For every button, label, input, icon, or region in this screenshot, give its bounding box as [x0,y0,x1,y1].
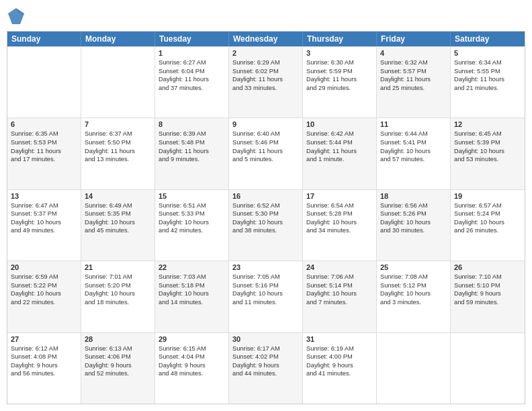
cell-line: and 7 minutes. [306,298,373,307]
cell-line: Daylight: 11 hours [232,75,299,84]
cell-line: Sunrise: 7:05 AM [232,273,299,281]
cal-cell-22: 22Sunrise: 7:03 AMSunset: 5:18 PMDayligh… [155,261,229,332]
cal-cell-6: 6Sunrise: 6:35 AMSunset: 5:53 PMDaylight… [7,118,81,189]
cell-line: Daylight: 10 hours [380,147,447,156]
cell-line: Sunrise: 6:27 AM [159,58,225,67]
cell-line: and 52 minutes. [85,369,151,378]
cell-line: Daylight: 10 hours [380,289,447,298]
header-day-tuesday: Tuesday [155,32,229,46]
cell-line: and 57 minutes. [380,155,447,164]
cal-cell-17: 17Sunrise: 6:54 AMSunset: 5:28 PMDayligh… [303,190,377,261]
cal-cell-31: 31Sunrise: 6:19 AMSunset: 4:00 PMDayligh… [303,333,377,404]
cell-line: Sunset: 5:57 PM [380,67,447,76]
calendar-row-1: 6Sunrise: 6:35 AMSunset: 5:53 PMDaylight… [7,118,525,189]
cell-line: Sunrise: 7:06 AM [306,273,373,281]
cell-line: Daylight: 9 hours [11,361,77,370]
cell-line: Sunrise: 6:45 AM [454,130,521,138]
cell-line: Sunrise: 7:08 AM [380,273,447,281]
cal-cell-4: 4Sunrise: 6:32 AMSunset: 5:57 PMDaylight… [377,47,451,118]
day-number: 16 [232,192,299,200]
day-number: 27 [11,335,77,343]
day-number: 20 [11,263,77,271]
cell-line: Sunset: 5:33 PM [159,210,225,218]
day-number: 4 [380,49,447,57]
day-number: 17 [306,192,373,200]
day-number: 29 [159,335,225,343]
calendar-header-row: SundayMondayTuesdayWednesdayThursdayFrid… [7,32,525,46]
cell-line: and 33 minutes. [232,84,299,93]
cell-line: and 53 minutes. [454,155,521,164]
logo [7,7,28,26]
cell-line: Sunset: 5:35 PM [85,210,151,218]
cell-line: Daylight: 10 hours [11,289,77,298]
header [7,7,525,26]
cell-line: and 9 minutes. [159,155,225,164]
cell-line: Sunrise: 6:34 AM [454,58,521,67]
cal-cell-20: 20Sunrise: 6:59 AMSunset: 5:22 PMDayligh… [7,261,81,332]
cal-cell-5: 5Sunrise: 6:34 AMSunset: 5:55 PMDaylight… [451,47,525,118]
cal-cell-11: 11Sunrise: 6:44 AMSunset: 5:41 PMDayligh… [377,118,451,189]
cell-line: Sunset: 5:12 PM [380,281,447,290]
day-number: 23 [232,263,299,271]
day-number: 22 [159,263,225,271]
cell-line: and 38 minutes. [232,226,299,235]
cell-line: Sunset: 5:55 PM [454,67,521,76]
cell-line: Daylight: 10 hours [232,289,299,298]
cell-line: Sunrise: 6:56 AM [380,201,447,210]
cell-line: Sunset: 5:59 PM [306,67,373,76]
cell-line: Sunset: 4:08 PM [11,353,77,361]
cell-line: Sunrise: 6:17 AM [232,345,299,353]
cell-line: and 25 minutes. [380,84,447,93]
cell-line: Sunrise: 6:59 AM [11,273,77,281]
cell-line: Daylight: 10 hours [159,289,225,298]
cell-line: Daylight: 10 hours [85,289,151,298]
cal-cell-7: 7Sunrise: 6:37 AMSunset: 5:50 PMDaylight… [81,118,155,189]
cell-line: Daylight: 10 hours [85,218,151,227]
day-number: 5 [454,49,521,57]
page: SundayMondayTuesdayWednesdayThursdayFrid… [0,0,532,411]
day-number: 25 [380,263,447,271]
cal-cell-13: 13Sunrise: 6:47 AMSunset: 5:37 PMDayligh… [7,190,81,261]
cell-line: Daylight: 10 hours [232,218,299,227]
cell-line: and 30 minutes. [380,226,447,235]
cell-line: Daylight: 11 hours [454,75,521,84]
cal-cell-16: 16Sunrise: 6:52 AMSunset: 5:30 PMDayligh… [229,190,303,261]
cell-line: Sunset: 5:16 PM [232,281,299,290]
cell-line: Sunset: 5:10 PM [454,281,521,290]
day-number: 13 [11,192,77,200]
cell-line: and 17 minutes. [11,155,77,164]
day-number: 2 [232,49,299,57]
cell-line: Sunset: 5:30 PM [232,210,299,218]
cal-cell-29: 29Sunrise: 6:15 AMSunset: 4:04 PMDayligh… [155,333,229,404]
cell-line: Daylight: 10 hours [380,218,447,227]
calendar-row-3: 20Sunrise: 6:59 AMSunset: 5:22 PMDayligh… [7,261,525,332]
day-number: 24 [306,263,373,271]
cell-line: Sunrise: 6:51 AM [159,201,225,210]
cal-cell-14: 14Sunrise: 6:49 AMSunset: 5:35 PMDayligh… [81,190,155,261]
cal-cell-24: 24Sunrise: 7:06 AMSunset: 5:14 PMDayligh… [303,261,377,332]
cell-line: and 42 minutes. [159,226,225,235]
cell-line: and 59 minutes. [454,298,521,307]
cell-line: Sunset: 5:14 PM [306,281,373,290]
cell-line: Daylight: 11 hours [159,75,225,84]
calendar: SundayMondayTuesdayWednesdayThursdayFrid… [7,31,525,404]
header-day-wednesday: Wednesday [229,32,303,46]
cell-line: Sunrise: 6:29 AM [232,58,299,67]
cell-line: Sunrise: 6:32 AM [380,58,447,67]
cell-line: Sunset: 5:48 PM [159,138,225,147]
cal-cell-23: 23Sunrise: 7:05 AMSunset: 5:16 PMDayligh… [229,261,303,332]
cell-line: Sunset: 5:39 PM [454,138,521,147]
day-number: 10 [306,120,373,128]
cell-line: Daylight: 11 hours [11,147,77,156]
cell-line: and 45 minutes. [85,226,151,235]
cal-cell-30: 30Sunrise: 6:17 AMSunset: 4:02 PMDayligh… [229,333,303,404]
cell-line: Daylight: 9 hours [232,361,299,370]
cal-cell-26: 26Sunrise: 7:10 AMSunset: 5:10 PMDayligh… [451,261,525,332]
day-number: 11 [380,120,447,128]
cell-line: Sunset: 4:06 PM [85,353,151,361]
cell-line: Sunrise: 6:47 AM [11,201,77,210]
cell-line: and 26 minutes. [454,226,521,235]
cal-cell-10: 10Sunrise: 6:42 AMSunset: 5:44 PMDayligh… [303,118,377,189]
cell-line: and 49 minutes. [11,226,77,235]
cell-line: and 21 minutes. [454,84,521,93]
